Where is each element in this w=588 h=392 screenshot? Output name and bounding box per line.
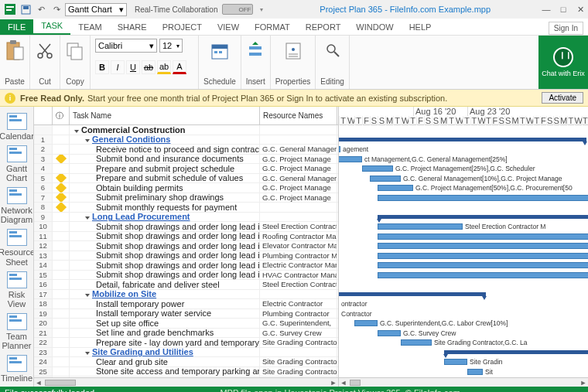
task-bar[interactable] bbox=[378, 330, 401, 336]
table-row[interactable]: 9Long Lead Procurement bbox=[34, 213, 338, 223]
table-row[interactable]: 7Submit preliminary shop drawingsG.C. Pr… bbox=[34, 193, 338, 203]
table-row[interactable]: 22Prepare site - lay down yard and tempo… bbox=[34, 338, 338, 348]
tab-help[interactable]: HELP bbox=[402, 19, 439, 35]
indicator-icon bbox=[55, 174, 66, 183]
tab-report[interactable]: REPORT bbox=[298, 19, 349, 35]
rtc-toggle[interactable]: OFF bbox=[222, 4, 253, 15]
task-bar[interactable] bbox=[362, 165, 393, 172]
redo-icon[interactable]: ↷ bbox=[50, 2, 63, 16]
view-risk-view[interactable]: Risk View bbox=[2, 270, 32, 310]
maximize-button[interactable]: □ bbox=[559, 5, 568, 15]
col-task-name[interactable]: Task Name bbox=[70, 107, 260, 124]
copy-group[interactable]: Copy bbox=[60, 36, 91, 89]
qat-customize-icon[interactable]: ▾ bbox=[255, 2, 268, 16]
table-row[interactable]: 11Submit shop drawings and order long le… bbox=[34, 232, 338, 242]
task-bar[interactable] bbox=[378, 262, 588, 268]
close-button[interactable]: ✕ bbox=[576, 5, 585, 15]
paste-group[interactable]: Paste bbox=[0, 36, 30, 89]
strike-button[interactable]: ab bbox=[142, 60, 156, 74]
table-row[interactable]: 16Detail, fabricate and deliver steelSte… bbox=[34, 280, 338, 290]
bold-button[interactable]: B bbox=[95, 60, 109, 74]
table-row[interactable]: 15Submit shop drawings and order long le… bbox=[34, 271, 338, 281]
tab-project[interactable]: PROJECT bbox=[155, 19, 210, 35]
task-bar[interactable] bbox=[378, 272, 588, 278]
chat-panel[interactable]: Chat with Erix bbox=[538, 36, 588, 89]
task-bar[interactable] bbox=[378, 185, 413, 191]
grid-hscroll[interactable]: ◄► bbox=[34, 377, 338, 387]
view-calendar[interactable]: Calendar bbox=[2, 111, 32, 142]
table-row[interactable]: 13Submit shop drawings and order long le… bbox=[34, 251, 338, 261]
table-row[interactable]: 1General Conditions bbox=[34, 135, 338, 145]
task-bar[interactable] bbox=[401, 339, 432, 346]
table-row[interactable]: 17Mobilize on Site bbox=[34, 290, 338, 300]
font-color-button[interactable]: A bbox=[173, 60, 186, 74]
table-row[interactable]: 23Site Grading and Utilities bbox=[34, 348, 338, 358]
font-size-select[interactable]: 12▾ bbox=[159, 39, 183, 53]
indicator-icon bbox=[55, 193, 66, 203]
table-row[interactable]: 18Install temporary powerElectric Contra… bbox=[34, 299, 338, 309]
view-network-diagram[interactable]: Network Diagram bbox=[2, 186, 32, 226]
italic-button[interactable]: I bbox=[111, 60, 125, 74]
task-bar[interactable] bbox=[354, 320, 378, 326]
tab-task[interactable]: TASK bbox=[33, 18, 70, 35]
summary-bar[interactable] bbox=[339, 292, 486, 296]
table-row[interactable]: 4Prepare and submit project scheduleG.C.… bbox=[34, 164, 338, 174]
view-resource-sheet[interactable]: Resource Sheet bbox=[2, 227, 32, 268]
table-row[interactable]: 14Submit shop drawings and order long le… bbox=[34, 261, 338, 271]
task-bar[interactable] bbox=[378, 253, 588, 259]
tab-format[interactable]: FORMAT bbox=[247, 19, 298, 35]
view-timeline[interactable]: Timeline bbox=[2, 353, 32, 384]
task-bar[interactable] bbox=[339, 146, 340, 152]
table-row[interactable]: Commercial Construction bbox=[34, 125, 338, 135]
schedule-group[interactable]: Schedule bbox=[199, 36, 241, 89]
signin-button[interactable]: Sign In bbox=[549, 22, 583, 35]
col-indicators[interactable]: ⓘ bbox=[53, 107, 70, 124]
view-team-planner[interactable]: Team Planner bbox=[2, 312, 32, 352]
file-tab[interactable]: FILE bbox=[0, 19, 33, 35]
table-row[interactable]: 24Clear and grub siteSite Grading Contra… bbox=[34, 357, 338, 367]
tab-team[interactable]: TEAM bbox=[70, 19, 110, 35]
view-selector[interactable]: Gantt Chart▾ bbox=[65, 3, 127, 16]
table-row[interactable]: 5Prepare and submit schedule of valuesG.… bbox=[34, 174, 338, 184]
col-id[interactable] bbox=[34, 107, 53, 124]
highlight-button[interactable]: ab bbox=[157, 60, 171, 74]
insert-group[interactable]: Insert bbox=[241, 36, 271, 89]
tab-share[interactable]: SHARE bbox=[110, 19, 155, 35]
summary-bar[interactable] bbox=[378, 215, 588, 219]
tab-view[interactable]: VIEW bbox=[210, 19, 247, 35]
save-icon[interactable] bbox=[19, 2, 32, 16]
underline-button[interactable]: U bbox=[126, 60, 140, 74]
task-bar[interactable] bbox=[370, 176, 401, 182]
cut-group[interactable]: Cut bbox=[30, 36, 60, 89]
table-row[interactable]: 20Set up site officeG.C. Superintendent, bbox=[34, 319, 338, 329]
gantt-chart[interactable]: Aug 16 '20Aug 23 '20TWTFSSMTWTFSSMTWTTWT… bbox=[339, 107, 588, 387]
task-bar[interactable] bbox=[378, 243, 588, 249]
summary-bar[interactable] bbox=[444, 350, 588, 354]
table-row[interactable]: 2Receive notice to proceed and sign cont… bbox=[34, 145, 338, 155]
task-bar[interactable] bbox=[378, 223, 463, 230]
table-row[interactable]: 25Stone site access and temporary parkin… bbox=[34, 367, 338, 377]
table-row[interactable]: 21Set line and grade benchmarksG.C. Surv… bbox=[34, 329, 338, 339]
activate-button[interactable]: Activate bbox=[542, 92, 583, 104]
task-bar[interactable] bbox=[339, 156, 362, 162]
minimize-button[interactable]: — bbox=[542, 5, 551, 15]
font-name-select[interactable]: Calibri▾ bbox=[95, 39, 157, 53]
task-bar[interactable] bbox=[378, 233, 588, 240]
task-bar[interactable] bbox=[444, 359, 467, 365]
table-row[interactable]: 19Install temporary water servicePlumbin… bbox=[34, 309, 338, 319]
task-bar[interactable] bbox=[467, 369, 483, 375]
table-row[interactable]: 10Submit shop drawings and order long le… bbox=[34, 222, 338, 232]
summary-bar[interactable] bbox=[339, 138, 586, 141]
task-bar[interactable] bbox=[378, 195, 588, 201]
table-row[interactable]: 6Obtain building permitsG.C. Project Man… bbox=[34, 183, 338, 193]
table-row[interactable]: 8Submit monthly requests for payment bbox=[34, 203, 338, 213]
tab-window[interactable]: WINDOW bbox=[348, 19, 401, 35]
properties-group[interactable]: Properties bbox=[271, 36, 316, 89]
col-resource[interactable]: Resource Names bbox=[260, 107, 337, 124]
editing-group[interactable]: Editing bbox=[316, 36, 350, 89]
gantt-hscroll[interactable]: ◄► bbox=[339, 377, 588, 387]
table-row[interactable]: 3Submit bond and insurance documentsG.C.… bbox=[34, 155, 338, 165]
table-row[interactable]: 12Submit shop drawings and order long le… bbox=[34, 241, 338, 251]
view-gantt-chart[interactable]: Gantt Chart bbox=[2, 144, 32, 184]
undo-icon[interactable]: ↶ bbox=[34, 2, 48, 16]
